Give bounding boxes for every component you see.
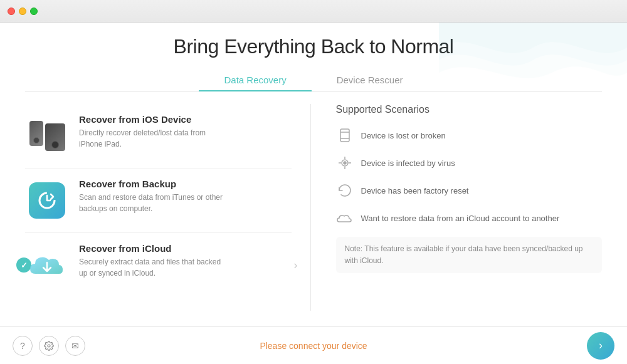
scenario-text-virus: Device is infected by virus — [361, 159, 455, 168]
note-box: Note: This feature is available if your … — [336, 237, 603, 273]
tab-data-recovery[interactable]: Data Recovery — [199, 70, 311, 91]
right-panel: Supported Scenarios Device is lost or br… — [311, 104, 603, 311]
cloud-restore-icon — [336, 209, 354, 227]
scenario-text-icloud-restore: Want to restore data from an iCloud acco… — [361, 214, 560, 223]
hero-title: Bring Everything Back to Normal — [25, 35, 602, 58]
main-content: Bring Everything Back to Normal Data Rec… — [0, 23, 627, 326]
icloud-item-desc: Securely extract data and files that bac… — [79, 256, 229, 279]
content-columns: Recover from iOS Device Directly recover… — [25, 104, 602, 311]
status-suffix: your device — [320, 341, 367, 351]
backup-icon-wrap — [25, 179, 69, 222]
backup-item-desc: Scan and restore data from iTunes or oth… — [79, 192, 229, 214]
scenario-item-lost: Device is lost or broken — [336, 127, 603, 144]
icloud-cloud-icon — [28, 250, 66, 280]
backup-item-title: Recover from Backup — [79, 179, 229, 189]
close-button[interactable] — [8, 8, 15, 15]
recover-ios-item[interactable]: Recover from iOS Device Directly recover… — [25, 104, 292, 169]
svg-point-10 — [48, 345, 50, 347]
ios-item-title: Recover from iOS Device — [79, 114, 229, 125]
bottom-icons: ? ✉ — [13, 336, 85, 356]
recover-backup-item[interactable]: Recover from Backup Scan and restore dat… — [25, 169, 292, 233]
virus-icon — [336, 154, 354, 172]
scenario-text-reset: Device has been factory reset — [361, 186, 469, 195]
status-highlight: connect — [289, 341, 320, 351]
ios-device-icon — [29, 121, 65, 151]
settings-button[interactable] — [39, 336, 59, 356]
traffic-lights — [8, 8, 38, 15]
help-button[interactable]: ? — [13, 336, 33, 356]
scenario-item-reset: Device has been factory reset — [336, 182, 603, 199]
tab-bar: Data Recovery Device Rescuer — [25, 70, 602, 91]
bottom-bar: ? ✉ Please connect your device › — [0, 326, 627, 364]
reset-icon — [336, 182, 354, 199]
scenario-text-lost: Device is lost or broken — [361, 131, 446, 140]
icloud-item-title: Recover from iCloud — [79, 243, 229, 254]
left-panel: Recover from iOS Device Directly recover… — [25, 104, 311, 311]
mail-button[interactable]: ✉ — [65, 336, 85, 356]
svg-point-9 — [344, 162, 346, 164]
ios-item-desc: Directly recover deleted/lost data from … — [79, 127, 229, 150]
scenarios-title: Supported Scenarios — [336, 104, 603, 115]
svg-rect-1 — [340, 129, 349, 142]
backup-icon-bg — [29, 182, 65, 219]
scenario-item-virus: Device is infected by virus — [336, 154, 603, 172]
recover-icloud-item[interactable]: ✓ — [25, 233, 292, 297]
status-text: Please connect your device — [260, 341, 367, 351]
phone-shape — [29, 121, 43, 146]
phone-broken-icon — [336, 127, 354, 144]
icloud-icon-bg — [28, 249, 66, 281]
next-arrow-icon: › — [599, 339, 603, 352]
ios-item-text: Recover from iOS Device Directly recover… — [79, 114, 229, 150]
ios-icon-wrap — [25, 114, 69, 158]
backup-icon — [37, 190, 57, 211]
icloud-icon-outer-wrap: ✓ — [25, 243, 69, 287]
next-button[interactable]: › — [587, 332, 614, 360]
icloud-item-text: Recover from iCloud Securely extract dat… — [79, 243, 229, 279]
minimize-button[interactable] — [19, 8, 26, 15]
tab-device-rescuer[interactable]: Device Rescuer — [312, 70, 428, 91]
icloud-item-arrow: › — [294, 259, 298, 272]
note-text: Note: This feature is available if your … — [345, 244, 583, 265]
scenario-item-icloud-restore: Want to restore data from an iCloud acco… — [336, 209, 603, 227]
title-bar — [0, 0, 627, 23]
maximize-button[interactable] — [30, 8, 38, 15]
tablet-shape — [45, 123, 65, 151]
backup-item-text: Recover from Backup Scan and restore dat… — [79, 179, 229, 214]
status-prefix: Please — [260, 341, 289, 351]
